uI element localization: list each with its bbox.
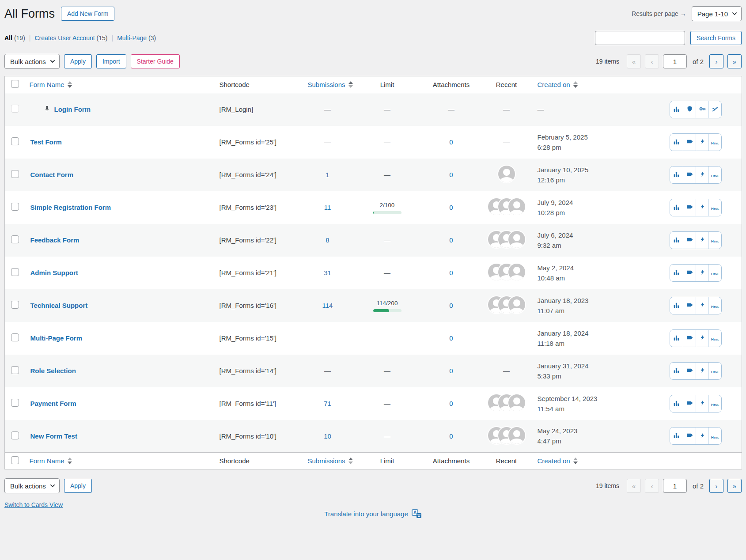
tag-button[interactable] <box>683 428 696 444</box>
attachments-link[interactable]: 0 <box>449 400 453 407</box>
first-page-button[interactable]: « <box>627 54 641 68</box>
starter-guide-button[interactable]: Starter Guide <box>131 54 180 68</box>
analytics-button[interactable] <box>670 101 683 118</box>
html-embed-button[interactable]: HTML <box>708 330 721 347</box>
tag-button[interactable] <box>683 265 696 281</box>
html-embed-button[interactable]: HTML <box>708 363 721 379</box>
row-checkbox[interactable] <box>11 235 19 243</box>
form-name-link[interactable]: Login Form <box>54 106 91 113</box>
analytics-button[interactable] <box>670 134 683 151</box>
submissions-link[interactable]: 1 <box>326 171 329 178</box>
column-header-name[interactable]: Form Name <box>30 81 72 88</box>
analytics-button[interactable] <box>670 232 683 249</box>
form-name-link[interactable]: Role Selection <box>30 367 76 375</box>
add-new-form-button[interactable]: Add New Form <box>61 7 114 21</box>
row-checkbox[interactable] <box>11 301 19 309</box>
row-checkbox[interactable] <box>11 366 19 374</box>
analytics-button[interactable] <box>670 166 683 183</box>
attachments-link[interactable]: 0 <box>449 367 453 375</box>
shield-button[interactable] <box>683 101 696 118</box>
html-embed-button[interactable]: HTML <box>708 395 721 412</box>
submissions-link[interactable]: 11 <box>324 204 331 211</box>
split-redirect-button[interactable] <box>708 101 721 118</box>
filter-creates-user-account[interactable]: Creates User Account(15) <box>34 34 107 42</box>
html-embed-button[interactable]: HTML <box>708 166 721 183</box>
tag-button[interactable] <box>683 363 696 379</box>
analytics-button[interactable] <box>670 428 683 444</box>
filter-multi-page[interactable]: Multi-Page(3) <box>117 34 156 42</box>
attachments-link[interactable]: 0 <box>449 334 453 342</box>
analytics-button[interactable] <box>670 297 683 314</box>
translate-link[interactable]: Translate into your language <box>324 510 408 518</box>
recent-avatars[interactable] <box>488 394 525 411</box>
analytics-button[interactable] <box>670 395 683 412</box>
html-embed-button[interactable]: HTML <box>708 428 721 444</box>
html-embed-button[interactable]: HTML <box>708 232 721 249</box>
column-header-submissions[interactable]: Submissions <box>308 81 353 88</box>
attachments-link[interactable]: 0 <box>449 269 453 276</box>
current-page-input[interactable] <box>663 54 687 68</box>
bolt-button[interactable] <box>696 166 708 183</box>
analytics-button[interactable] <box>670 265 683 281</box>
html-embed-button[interactable]: HTML <box>708 134 721 151</box>
bolt-button[interactable] <box>696 134 708 151</box>
recent-avatars[interactable] <box>488 296 525 313</box>
tag-button[interactable] <box>683 166 696 183</box>
tag-button[interactable] <box>683 232 696 249</box>
import-button[interactable]: Import <box>96 54 126 68</box>
submissions-link[interactable]: 114 <box>322 302 333 309</box>
last-page-button[interactable]: » <box>727 54 742 68</box>
tag-button[interactable] <box>683 395 696 412</box>
recent-avatars[interactable] <box>488 198 525 215</box>
attachments-link[interactable]: 0 <box>449 432 453 440</box>
recent-avatars[interactable] <box>488 231 525 248</box>
switch-to-cards-view-link[interactable]: Switch to Cards View <box>4 501 63 508</box>
recent-avatars[interactable] <box>498 166 515 182</box>
form-name-link[interactable]: Technical Support <box>30 302 88 309</box>
column-header-submissions[interactable]: Submissions <box>308 457 353 465</box>
analytics-button[interactable] <box>670 330 683 347</box>
attachments-link[interactable]: 0 <box>449 302 453 309</box>
prev-page-button-bottom[interactable]: ‹ <box>645 479 659 493</box>
bolt-button[interactable] <box>696 265 708 281</box>
bolt-button[interactable] <box>696 395 708 412</box>
form-name-link[interactable]: Multi-Page Form <box>30 334 83 342</box>
bolt-button[interactable] <box>696 232 708 249</box>
bolt-button[interactable] <box>696 199 708 216</box>
bolt-button[interactable] <box>696 428 708 444</box>
last-page-button-bottom[interactable]: » <box>727 479 742 493</box>
attachments-link[interactable]: 0 <box>449 204 453 211</box>
form-name-link[interactable]: Contact Form <box>30 171 74 178</box>
current-page-input-bottom[interactable] <box>663 479 687 493</box>
column-header-name[interactable]: Form Name <box>30 457 72 465</box>
recent-avatars[interactable] <box>488 264 525 280</box>
form-name-link[interactable]: Admin Support <box>30 269 78 276</box>
row-checkbox[interactable] <box>11 105 19 113</box>
tag-button[interactable] <box>683 297 696 314</box>
html-embed-button[interactable]: HTML <box>708 265 721 281</box>
apply-button[interactable]: Apply <box>64 54 92 68</box>
form-name-link[interactable]: New Form Test <box>30 432 77 440</box>
tag-button[interactable] <box>683 134 696 151</box>
first-page-button-bottom[interactable]: « <box>627 479 641 493</box>
attachments-link[interactable]: 0 <box>449 138 453 146</box>
bulk-actions-select-bottom[interactable]: Bulk actions <box>4 478 60 493</box>
attachments-link[interactable]: 0 <box>449 236 453 244</box>
filter-all[interactable]: All(19) <box>4 34 25 42</box>
row-checkbox[interactable] <box>11 170 19 178</box>
bolt-button[interactable] <box>696 330 708 347</box>
bolt-button[interactable] <box>696 363 708 379</box>
submissions-link[interactable]: 71 <box>324 400 331 407</box>
next-page-button[interactable]: › <box>709 54 723 68</box>
row-checkbox[interactable] <box>11 333 19 341</box>
submissions-link[interactable]: 8 <box>326 236 329 244</box>
apply-button-bottom[interactable]: Apply <box>64 479 92 493</box>
html-embed-button[interactable]: HTML <box>708 297 721 314</box>
select-all-checkbox[interactable] <box>11 80 19 88</box>
next-page-button-bottom[interactable]: › <box>709 479 723 493</box>
row-checkbox[interactable] <box>11 399 19 407</box>
submissions-link[interactable]: 31 <box>324 269 331 276</box>
column-header-created[interactable]: Created on <box>538 457 578 465</box>
analytics-button[interactable] <box>670 363 683 379</box>
form-name-link[interactable]: Payment Form <box>30 400 76 407</box>
